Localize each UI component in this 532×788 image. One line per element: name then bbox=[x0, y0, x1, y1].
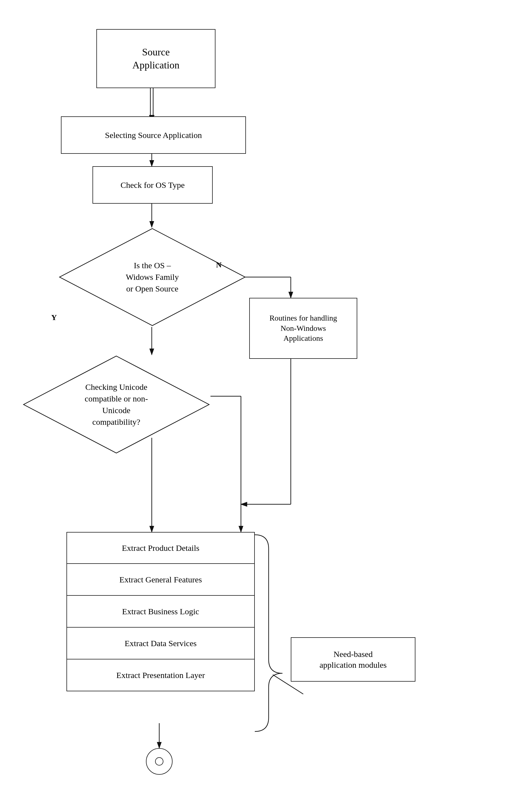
selecting-source-label: Selecting Source Application bbox=[105, 130, 202, 140]
extract-data-box: Extract Data Services bbox=[66, 628, 255, 659]
n-label: N bbox=[216, 260, 222, 269]
routines-label: Routines for handlingNon-WindowsApplicat… bbox=[269, 313, 337, 343]
check-os-box: Check for OS Type bbox=[93, 166, 213, 204]
extract-product-label: Extract Product Details bbox=[122, 543, 199, 553]
extract-general-box: Extract General Features bbox=[66, 564, 255, 596]
flowchart: SourceApplication Selecting Source Appli… bbox=[0, 0, 532, 788]
source-application-label: SourceApplication bbox=[132, 46, 180, 72]
extract-presentation-box: Extract Presentation Layer bbox=[66, 659, 255, 691]
need-based-box: Need-basedapplication modules bbox=[291, 637, 415, 682]
selecting-source-box: Selecting Source Application bbox=[61, 116, 246, 154]
terminal-inner-circle bbox=[155, 757, 163, 766]
routines-box: Routines for handlingNon-WindowsApplicat… bbox=[249, 298, 357, 359]
diamond-os-text: Is the OS –Widows Familyor Open Source bbox=[126, 260, 179, 295]
diamond-unicode-wrap: Checking Unicodecompatible or non-Unicod… bbox=[22, 355, 210, 454]
source-application-box: SourceApplication bbox=[96, 29, 216, 88]
diamond-unicode-text: Checking Unicodecompatible or non-Unicod… bbox=[85, 381, 148, 428]
check-os-label: Check for OS Type bbox=[121, 180, 184, 190]
extract-general-label: Extract General Features bbox=[119, 574, 202, 585]
terminal-circle bbox=[146, 748, 172, 775]
extract-product-box: Extract Product Details bbox=[66, 532, 255, 564]
y-label: Y bbox=[51, 313, 57, 322]
diamond-os-wrap: Is the OS –Widows Familyor Open Source bbox=[58, 227, 246, 327]
extract-data-label: Extract Data Services bbox=[125, 638, 197, 649]
need-based-label: Need-basedapplication modules bbox=[320, 649, 387, 670]
extract-presentation-label: Extract Presentation Layer bbox=[116, 670, 205, 681]
extract-business-label: Extract Business Logic bbox=[122, 606, 199, 617]
extract-business-box: Extract Business Logic bbox=[66, 596, 255, 628]
